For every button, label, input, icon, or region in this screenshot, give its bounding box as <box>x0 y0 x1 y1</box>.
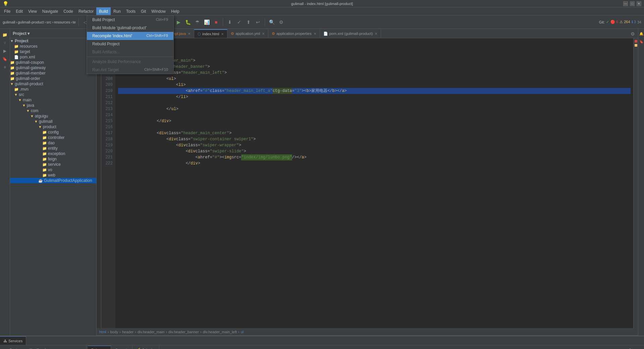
tab-app-yml[interactable]: ⚙ application.yml ✕ <box>227 29 268 38</box>
log-maximize-button[interactable]: □ <box>635 346 643 349</box>
menu-build[interactable]: Build <box>96 7 111 15</box>
breadcrumb-body[interactable]: body <box>110 330 118 334</box>
menu-file[interactable]: File <box>1 7 13 15</box>
build-search-button[interactable]: 🔍 <box>268 18 276 26</box>
tab-index-close[interactable]: ✕ <box>221 32 224 36</box>
tree-item-gulimall-gateway[interactable]: 📁gulimall-gateway <box>10 65 96 70</box>
menu-refactor[interactable]: Refactor <box>76 7 96 15</box>
services-collapse-button[interactable]: ▼ <box>21 347 27 349</box>
tab-services[interactable]: 🖧 Services <box>0 336 26 345</box>
menu-view[interactable]: View <box>25 7 40 15</box>
tree-item-gulimall[interactable]: ▼gulimall <box>10 119 96 124</box>
tree-item-feign[interactable]: 📁feign <box>10 156 96 162</box>
services-settings-button[interactable]: ⚙ <box>8 347 13 349</box>
tree-item-.mvn[interactable]: 📁.mvn <box>10 87 96 92</box>
menu-code[interactable]: Code <box>61 7 76 15</box>
tree-item-src[interactable]: ▼src <box>10 92 96 97</box>
tree-item-product[interactable]: ▼product <box>10 124 96 130</box>
maximize-button[interactable]: □ <box>630 1 635 6</box>
breadcrumb-ul[interactable]: ul <box>241 330 244 334</box>
tree-item-vo[interactable]: 📁vo <box>10 167 96 172</box>
code-line: <li> <box>118 82 631 88</box>
recompile-item[interactable]: Recompile 'index.html' Ctrl+Shift+F9 <box>87 32 173 40</box>
breadcrumb-header[interactable]: header <box>122 330 133 334</box>
run-button[interactable]: ▶ <box>174 18 182 26</box>
breadcrumb-div-header-main-left[interactable]: div.header_main_left <box>203 330 237 334</box>
tree-item-atguigu[interactable]: ▼atguigu <box>10 113 96 119</box>
tab-app-props[interactable]: ⚙ application.properties ✕ <box>268 29 320 38</box>
menu-navigate[interactable]: Navigate <box>40 7 61 15</box>
tree-item-exception[interactable]: 📁exception <box>10 151 96 156</box>
tree-item-target[interactable]: 📁target <box>10 49 96 54</box>
services-expand-button[interactable]: ▶ <box>15 347 20 349</box>
tab-pom-close[interactable]: ✕ <box>375 32 377 36</box>
bookmark-icon[interactable]: 🔖 <box>2 56 8 62</box>
build-module-item[interactable]: Build Module 'gulimall-product' <box>87 24 173 32</box>
tree-item-java[interactable]: ▼java <box>10 103 96 108</box>
breadcrumb-div-header-banner[interactable]: div.header_banner <box>168 330 199 334</box>
rebuild-project-item[interactable]: Rebuild Project <box>87 40 173 48</box>
close-button[interactable]: ✕ <box>637 1 641 6</box>
tree-item-service[interactable]: 📁service <box>10 162 96 167</box>
tab-props-close[interactable]: ✕ <box>314 32 316 36</box>
minimize-button[interactable]: — <box>623 1 628 6</box>
right-sidebar-icons: 🔔 🔖 <box>638 29 644 336</box>
services-new-button[interactable]: 🖊 <box>42 347 47 349</box>
menu-tools[interactable]: Tools <box>123 7 138 15</box>
tree-item-gulimall-order[interactable]: 📁gulimall-order <box>10 76 96 81</box>
tree-item-Project[interactable]: ▼Project <box>10 38 96 44</box>
settings-button[interactable]: ⚙ <box>277 18 285 26</box>
profile-button[interactable]: 📊 <box>203 18 211 26</box>
menu-run[interactable]: Run <box>111 7 123 15</box>
notifications-icon[interactable]: 🔔 <box>638 30 644 37</box>
code-editor[interactable]: </div> </div> <!--#主体内容--> <div class="h… <box>115 38 633 328</box>
menu-edit[interactable]: Edit <box>13 7 25 15</box>
tree-item-resources[interactable]: 📁resources <box>10 44 96 49</box>
stop-button[interactable]: ■ <box>212 18 220 26</box>
tree-item-pom.xml[interactable]: 📄pom.xml <box>10 54 96 60</box>
tab-index-label: index.html <box>202 32 219 36</box>
log-settings-button[interactable]: ⚙ <box>626 346 634 349</box>
tree-item-gulimall-product[interactable]: ▼gulimall-product <box>10 81 96 87</box>
tree-item-config[interactable]: 📁config <box>10 130 96 135</box>
git-push-button[interactable]: ⬆ <box>245 18 253 26</box>
tree-item-gulimall-member[interactable]: 📁gulimall-member <box>10 70 96 76</box>
breadcrumb-html[interactable]: html <box>99 330 106 334</box>
tree-item-main[interactable]: ▼main <box>10 97 96 103</box>
menu-window[interactable]: Window <box>149 7 168 15</box>
services-filter-button[interactable]: ▽ <box>28 347 34 349</box>
run-icon[interactable]: ▶ <box>2 48 8 54</box>
structure-icon[interactable]: ≡ <box>2 64 8 70</box>
tree-item-controller[interactable]: 📁controller <box>10 135 96 140</box>
git-icon[interactable]: ⑂ <box>2 40 8 46</box>
tab-category-close[interactable]: ✕ <box>188 32 191 36</box>
breadcrumb-div-header-main[interactable]: div.header_main <box>138 330 165 334</box>
coverage-button[interactable]: ☂ <box>193 18 201 26</box>
log-tab-debugger[interactable]: Debugger <box>88 346 111 349</box>
tab-index-html[interactable]: ⬡ index.html ✕ <box>194 29 227 38</box>
debug-button[interactable]: 🐛 <box>184 18 192 26</box>
git-update-button[interactable]: ⬇ <box>226 18 234 26</box>
tree-item-com[interactable]: ▼com <box>10 108 96 113</box>
log-tab-console[interactable]: Console <box>112 346 132 349</box>
menu-git[interactable]: Git <box>138 7 149 15</box>
tree-item-entity[interactable]: 📁entity <box>10 146 96 151</box>
tree-item-gulimall-coupon[interactable]: 📁gulimall-coupon <box>10 60 96 65</box>
services-group-button[interactable]: ⊞ <box>35 347 40 349</box>
project-icon[interactable]: 📁 <box>2 32 8 38</box>
tab-pom-xml[interactable]: 📄 pom.xml (gulimall-product) ✕ <box>320 29 381 38</box>
bookmarks-right-icon[interactable]: 🔖 <box>638 38 644 45</box>
menu-help[interactable]: Help <box>168 7 182 15</box>
tree-item-GulimallProductApplication[interactable]: ☕GulimallProductApplication <box>10 178 96 183</box>
tab-yml-close[interactable]: ✕ <box>262 32 265 36</box>
tree-item-web[interactable]: 📁web <box>10 172 96 178</box>
services-panel-header: + ⚙ ▶ ▼ ▽ ⊞ 🖊 <box>0 345 86 349</box>
git-commit-button[interactable]: ✓ <box>235 18 243 26</box>
tree-item-dao[interactable]: 📁dao <box>10 140 96 146</box>
log-tab-actuator[interactable]: ⚡ Actuator <box>133 346 159 349</box>
build-project-item[interactable]: Build Project Ctrl+F9 <box>87 16 173 24</box>
services-add-button[interactable]: + <box>1 347 7 349</box>
error-marker <box>635 40 637 43</box>
tabs-settings-button[interactable]: ⚙ <box>629 30 637 38</box>
git-rollback-button[interactable]: ↩ <box>254 18 262 26</box>
